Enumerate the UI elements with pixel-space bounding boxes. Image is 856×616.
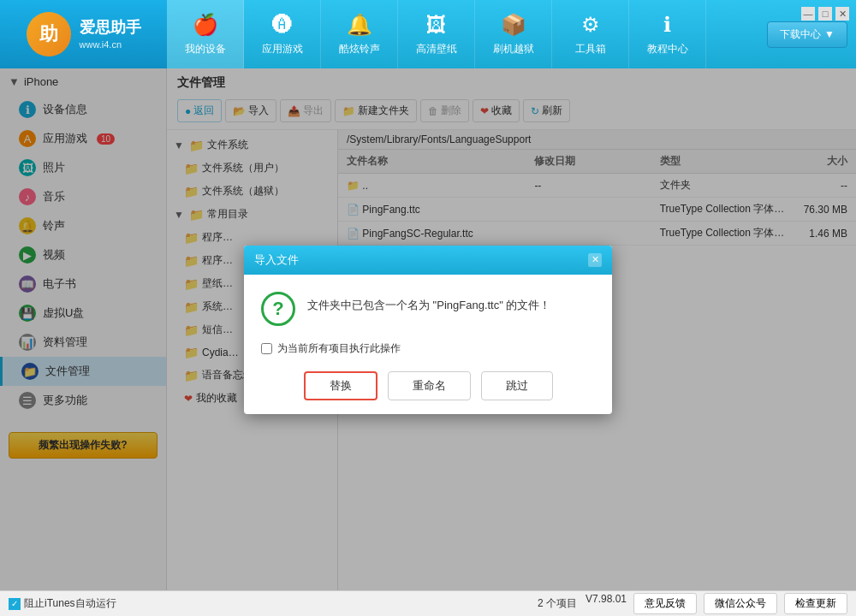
dialog-body: ? 文件夹中已包含一个名为 "PingFang.ttc" 的文件！ 为当前所有项… [244,275,612,414]
tab-ringtones-icon: 🔔 [347,13,372,37]
tab-jailbreak[interactable]: 📦 刷机越狱 [475,0,552,68]
wechat-button[interactable]: 微信公众号 [704,593,777,614]
tab-tools-icon: ⚙ [581,13,600,37]
download-center-button[interactable]: 下载中心 ▼ [767,21,847,48]
check-update-button[interactable]: 检查更新 [784,593,847,614]
header-right: 下载中心 ▼ [767,21,856,48]
status-bar: ✓ 阻止iTunes自动运行 2 个项目 V7.98.01 意见反馈 微信公众号… [0,590,856,616]
import-dialog: 导入文件 ✕ ? 文件夹中已包含一个名为 "PingFang.ttc" 的文件！… [244,246,612,414]
tab-tutorials-icon: ℹ [663,13,671,37]
rename-button[interactable]: 重命名 [388,371,471,400]
apply-all-label: 为当前所有项目执行此操作 [277,341,401,356]
rename-label: 重命名 [413,379,446,392]
dialog-message-area: ? 文件夹中已包含一个名为 "PingFang.ttc" 的文件！ [261,292,595,326]
replace-button[interactable]: 替换 [304,371,377,400]
logo-area: 助 爱思助手 www.i4.cn [0,0,167,68]
dialog-checkbox-area[interactable]: 为当前所有项目执行此操作 [261,341,595,356]
question-icon: ? [261,292,295,326]
logo-icon: 助 [27,12,71,56]
itunes-checkbox[interactable]: ✓ [9,598,21,610]
tab-wallpaper[interactable]: 🖼 高清壁纸 [398,0,475,68]
version-label: V7.98.01 [586,593,627,614]
minimize-button[interactable]: — [801,7,815,21]
tab-my-device-label: 我的设备 [185,42,226,56]
tab-apps-label: 应用游戏 [262,42,303,56]
dialog-actions: 替换 重命名 跳过 [261,371,595,400]
brand-url: www.i4.cn [80,38,141,50]
download-label: 下载中心 [780,27,821,42]
tab-my-device-icon: 🍎 [193,13,218,37]
tab-jailbreak-label: 刷机越狱 [493,42,534,56]
tab-tutorials-label: 教程中心 [647,42,688,56]
itunes-label: 阻止iTunes自动运行 [24,596,116,611]
tab-wallpaper-label: 高清壁纸 [416,42,457,56]
dialog-title-bar: 导入文件 ✕ [244,246,612,275]
tab-tools-label: 工具箱 [575,42,606,56]
download-arrow-icon: ▼ [824,28,835,40]
nav-tabs: 🍎 我的设备 🅐 应用游戏 🔔 酷炫铃声 🖼 高清壁纸 📦 刷机越狱 ⚙ 工具箱… [167,0,767,68]
wechat-label: 微信公众号 [715,597,766,609]
tab-jailbreak-icon: 📦 [501,13,526,37]
status-left: ✓ 阻止iTunes自动运行 [9,596,529,611]
logo-text: 爱思助手 www.i4.cn [80,18,141,50]
tab-tools[interactable]: ⚙ 工具箱 [552,0,629,68]
dialog-overlay: 导入文件 ✕ ? 文件夹中已包含一个名为 "PingFang.ttc" 的文件！… [0,68,856,590]
itunes-auto-run-check[interactable]: ✓ 阻止iTunes自动运行 [9,596,116,611]
replace-label: 替换 [330,379,352,392]
tab-ringtones-label: 酷炫铃声 [339,42,380,56]
dialog-close-button[interactable]: ✕ [588,253,602,267]
tab-my-device[interactable]: 🍎 我的设备 [167,0,244,68]
maximize-button[interactable]: □ [818,7,832,21]
dialog-title: 导入文件 [254,252,299,268]
apply-all-checkbox[interactable] [261,343,272,354]
header: 助 爱思助手 www.i4.cn 🍎 我的设备 🅐 应用游戏 🔔 酷炫铃声 🖼 … [0,0,856,68]
tab-ringtones[interactable]: 🔔 酷炫铃声 [321,0,398,68]
status-right: V7.98.01 意见反馈 微信公众号 检查更新 [586,593,847,614]
close-button[interactable]: ✕ [835,7,849,21]
feedback-label: 意见反馈 [645,597,686,609]
tab-apps-icon: 🅐 [272,13,293,37]
tab-wallpaper-icon: 🖼 [426,13,447,37]
tab-tutorials[interactable]: ℹ 教程中心 [629,0,706,68]
status-item-count: 2 个项目 [538,596,577,611]
dialog-message-text: 文件夹中已包含一个名为 "PingFang.ttc" 的文件！ [307,292,550,315]
brand-name: 爱思助手 [80,18,141,38]
skip-button[interactable]: 跳过 [481,371,553,400]
skip-label: 跳过 [506,379,528,392]
tab-apps[interactable]: 🅐 应用游戏 [244,0,321,68]
check-update-label: 检查更新 [795,597,836,609]
feedback-button[interactable]: 意见反馈 [633,593,697,614]
